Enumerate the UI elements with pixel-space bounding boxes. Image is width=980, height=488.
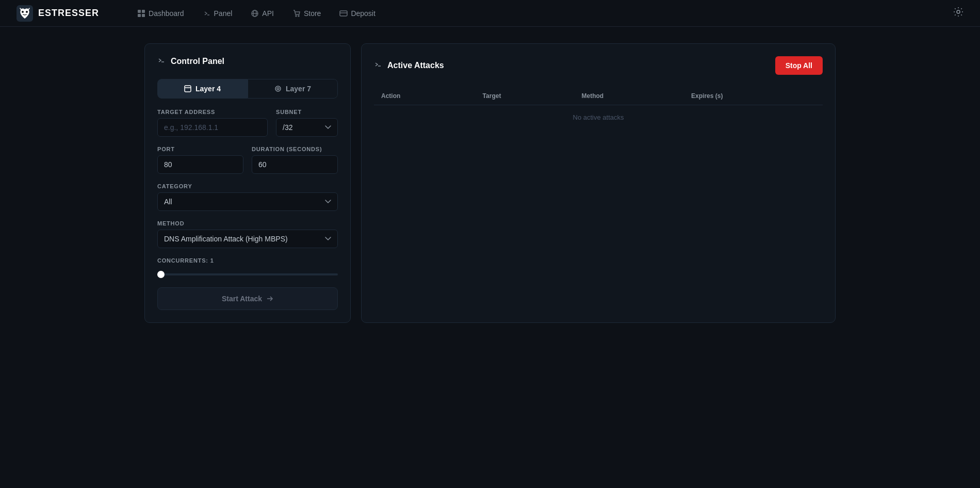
nav-store[interactable]: Store — [285, 6, 328, 21]
tab-layer4-label: Layer 4 — [195, 85, 221, 93]
control-panel: Control Panel Layer 4 Layer 7 — [144, 43, 351, 323]
nav-store-label: Store — [304, 9, 321, 18]
target-address-input[interactable] — [157, 118, 268, 137]
active-attacks-title: Active Attacks — [387, 61, 444, 70]
start-attack-button[interactable]: Start Attack — [157, 287, 338, 310]
svg-rect-5 — [138, 14, 141, 17]
main-content: Control Panel Layer 4 Layer 7 — [0, 27, 980, 339]
nav-deposit-label: Deposit — [351, 9, 375, 18]
layer7-icon — [274, 85, 282, 92]
grid-icon — [137, 9, 145, 18]
attacks-table: Action Target Method Expires (s) No acti… — [374, 87, 823, 129]
control-panel-title: Control Panel — [171, 57, 224, 66]
port-duration-row: PORT DURATION (SECONDS) — [157, 146, 338, 174]
target-address-group: TARGET ADDRESS — [157, 109, 268, 137]
logo[interactable]: ESTRESSER — [17, 5, 99, 22]
stop-all-label: Stop All — [786, 61, 812, 70]
subnet-label: SUBNET — [276, 109, 338, 115]
duration-group: DURATION (SECONDS) — [252, 146, 338, 174]
subnet-select[interactable]: /32 /24 /16 /8 — [276, 118, 338, 137]
credit-card-icon — [339, 9, 348, 18]
nav-panel-label: Panel — [214, 9, 233, 18]
category-select-wrapper: All UDP TCP HTTP — [157, 192, 338, 211]
svg-point-15 — [957, 10, 960, 13]
layer4-icon — [184, 85, 191, 92]
nav-dashboard-label: Dashboard — [149, 9, 184, 18]
no-attacks-row: No active attacks — [374, 105, 823, 130]
navbar: ESTRESSER Dashboard Panel A — [0, 0, 980, 27]
method-select-wrapper: DNS Amplification Attack (High MBPS) UDP… — [157, 230, 338, 248]
duration-input[interactable] — [252, 155, 338, 174]
concurrents-container: CONCURRENTS: 1 — [157, 257, 338, 277]
svg-rect-6 — [142, 14, 145, 17]
method-group: METHOD DNS Amplification Attack (High MB… — [157, 220, 338, 248]
brand-name: ESTRESSER — [38, 8, 99, 19]
active-attacks-header: Active Attacks Stop All — [374, 56, 823, 75]
target-subnet-row: TARGET ADDRESS SUBNET /32 /24 /16 /8 — [157, 109, 338, 137]
arrow-right-icon — [266, 295, 273, 302]
stop-all-button[interactable]: Stop All — [775, 56, 823, 75]
nav-api-label: API — [262, 9, 274, 18]
logo-icon — [17, 5, 33, 22]
cart-icon — [292, 9, 301, 18]
nav-api[interactable]: API — [243, 6, 281, 21]
svg-point-2 — [26, 11, 28, 13]
control-panel-header: Control Panel — [157, 56, 338, 67]
method-label: METHOD — [157, 220, 338, 226]
terminal-icon — [203, 9, 211, 18]
svg-rect-13 — [340, 11, 347, 16]
layer-tabs: Layer 4 Layer 7 — [157, 79, 338, 99]
nav-links: Dashboard Panel API Store — [130, 6, 953, 21]
nav-panel[interactable]: Panel — [195, 6, 240, 21]
svg-point-12 — [298, 15, 299, 17]
port-group: PORT — [157, 146, 243, 174]
category-label: CATEGORY — [157, 183, 338, 189]
svg-point-1 — [22, 11, 24, 13]
start-attack-label: Start Attack — [222, 295, 262, 303]
svg-point-19 — [275, 86, 281, 91]
nav-dashboard[interactable]: Dashboard — [130, 6, 191, 21]
col-action: Action — [374, 87, 476, 105]
category-group: CATEGORY All UDP TCP HTTP — [157, 183, 338, 211]
duration-label: DURATION (SECONDS) — [252, 146, 338, 152]
no-attacks-cell: No active attacks — [374, 105, 823, 130]
tab-layer7-label: Layer 7 — [286, 85, 311, 93]
concurrents-slider[interactable] — [157, 273, 338, 275]
svg-rect-3 — [138, 10, 141, 13]
globe-icon — [251, 9, 259, 18]
nav-right — [953, 7, 963, 20]
terminal-attacks-icon — [374, 60, 382, 71]
nav-deposit[interactable]: Deposit — [332, 6, 382, 21]
method-select[interactable]: DNS Amplification Attack (High MBPS) UDP… — [157, 230, 338, 248]
tab-layer4[interactable]: Layer 4 — [157, 79, 248, 99]
concurrents-label: CONCURRENTS: 1 — [157, 257, 338, 264]
subnet-group: SUBNET /32 /24 /16 /8 — [276, 109, 338, 137]
attacks-table-body: No active attacks — [374, 105, 823, 130]
svg-rect-4 — [142, 10, 145, 13]
category-select[interactable]: All UDP TCP HTTP — [157, 192, 338, 211]
col-expires: Expires (s) — [684, 87, 823, 105]
col-target: Target — [476, 87, 575, 105]
svg-rect-17 — [185, 86, 191, 92]
active-attacks-panel: Active Attacks Stop All Action Target Me… — [361, 43, 836, 323]
active-attacks-title-group: Active Attacks — [374, 60, 444, 71]
subnet-select-wrapper: /32 /24 /16 /8 — [276, 118, 338, 137]
attacks-table-header-row: Action Target Method Expires (s) — [374, 87, 823, 105]
port-label: PORT — [157, 146, 243, 152]
target-address-label: TARGET ADDRESS — [157, 109, 268, 115]
svg-point-20 — [277, 88, 279, 90]
terminal-panel-icon — [157, 56, 166, 67]
settings-icon[interactable] — [953, 8, 963, 19]
col-method: Method — [575, 87, 684, 105]
tab-layer7[interactable]: Layer 7 — [248, 79, 338, 99]
svg-point-11 — [296, 15, 297, 17]
port-input[interactable] — [157, 155, 243, 174]
attacks-table-head: Action Target Method Expires (s) — [374, 87, 823, 105]
